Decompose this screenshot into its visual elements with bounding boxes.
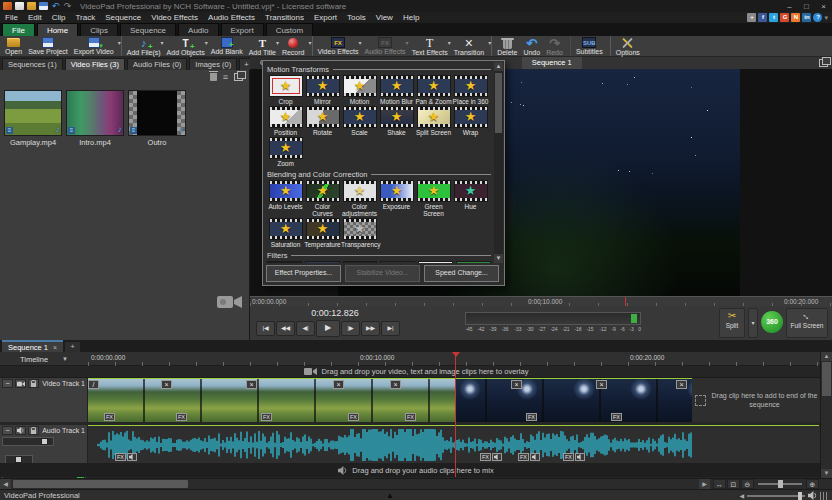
fit-timeline-button[interactable]: ↔ (713, 479, 726, 489)
toolbar-button[interactable]: ▾ Video Effects (315, 36, 362, 56)
media-item[interactable]: ≡ ♪ Gamplay.mp4 (3, 90, 63, 147)
toolbar-button[interactable]: ▾ Add Blank (208, 36, 246, 56)
collapse-track-button[interactable]: − (2, 379, 13, 388)
media-bin-tab[interactable]: Audio Files (0) (127, 58, 187, 70)
slider-thumb[interactable] (778, 480, 783, 488)
toolbar-button[interactable]: ▾ Export Video (71, 36, 122, 56)
effect-thumbnail[interactable] (418, 261, 453, 263)
ribbon-tab[interactable]: Audio (178, 23, 218, 36)
effect-thumbnail[interactable]: ★ (454, 106, 488, 128)
volume-min-icon[interactable]: ◀ (739, 492, 744, 499)
vertical-scrollbar[interactable]: ▲ ▼ (820, 352, 832, 478)
effect-thumbnail[interactable]: ★ (269, 75, 303, 97)
zoom-selection-button[interactable]: ⊡ (727, 479, 740, 489)
effect-thumbnail[interactable]: ★ (380, 75, 414, 97)
effect-thumbnail[interactable]: ★ (343, 180, 377, 202)
menu-item[interactable]: View (371, 12, 398, 23)
fx-badge[interactable]: FX (563, 453, 574, 461)
toolbar-button[interactable]: ▾ Text Effects (409, 36, 451, 56)
view-360-button[interactable]: 360 (761, 311, 783, 333)
social-icon[interactable]: t (769, 13, 778, 22)
popout-icon[interactable] (819, 59, 828, 67)
scroll-left-icon[interactable]: ◀ (0, 479, 11, 489)
redo-quick-icon[interactable]: ↷ (63, 2, 72, 10)
ribbon-tab[interactable]: Home (37, 23, 78, 36)
transport-button[interactable]: ▶▶ (361, 321, 380, 336)
media-bin-tab[interactable]: Sequences (1) (2, 58, 63, 70)
close-button[interactable]: × (815, 1, 832, 12)
menu-item[interactable]: Audio Effects (203, 12, 260, 23)
effect-thumbnail[interactable]: ★ (306, 75, 340, 97)
audio-clip-strip[interactable]: FX FX FX (88, 425, 819, 463)
effect-thumbnail[interactable] (380, 261, 415, 263)
toolbar-button[interactable]: ▾ Undo (520, 36, 543, 56)
effect-item[interactable]: ★ Zoom (267, 137, 304, 167)
transition-badge[interactable]: × (676, 380, 687, 389)
effects-scrollbar[interactable]: ▲ ▼ (494, 62, 503, 263)
chevron-down-icon[interactable]: ▾ (308, 39, 311, 46)
effect-item[interactable]: ★ Color Curves (304, 180, 341, 217)
transition-badge[interactable]: / (88, 380, 99, 389)
effect-thumbnail[interactable] (267, 261, 302, 263)
menu-item[interactable]: Transitions (260, 12, 309, 23)
effect-item[interactable]: ★ Exposure (378, 180, 415, 217)
video-toggle-button[interactable] (15, 379, 26, 388)
media-thumbnail[interactable]: ≡ ♪ (128, 90, 186, 136)
view-mode-dropdown[interactable]: Timeline ▼ (0, 352, 88, 366)
volume-slider[interactable] (2, 437, 54, 446)
effect-item[interactable]: ★ Pan & Zoom (415, 75, 452, 105)
effect-thumbnail[interactable]: ★ (306, 106, 340, 128)
scrollbar-thumb[interactable] (13, 480, 188, 488)
mute-track-button[interactable] (15, 426, 26, 435)
menu-item[interactable]: Track (70, 12, 100, 23)
zoom-in-button[interactable]: ⊕ (806, 479, 819, 489)
social-icon[interactable]: N (791, 13, 800, 22)
effect-thumbnail[interactable]: ★ (306, 218, 340, 240)
volume-badge[interactable] (575, 453, 585, 461)
effect-thumbnail[interactable] (456, 261, 491, 263)
chevron-down-icon[interactable]: ▾ (118, 39, 121, 46)
effect-item[interactable]: ★ Split Screen (415, 106, 452, 136)
toolbar-button[interactable]: ▾ Subtitles (573, 36, 611, 56)
effect-thumbnail[interactable]: ★ (454, 180, 488, 202)
list-view-icon[interactable]: ≡ (223, 72, 228, 82)
social-icon[interactable]: f (758, 13, 767, 22)
effect-item[interactable]: ★ Hue (452, 180, 489, 217)
effect-thumbnail[interactable]: ★ (417, 106, 451, 128)
menu-item[interactable]: Help (398, 12, 424, 23)
effect-item[interactable]: ★ Saturation (267, 218, 304, 248)
chevron-down-icon[interactable]: ▾ (824, 14, 828, 22)
toolbar-button[interactable]: ▾ Add File(s) (124, 36, 164, 56)
lock-track-button[interactable] (28, 426, 39, 435)
horizontal-scrollbar[interactable]: ◀ ▶ ↔ ⊡ ⊖ ⊕ (0, 478, 832, 489)
ribbon-tab[interactable]: File (2, 23, 35, 36)
transport-button[interactable]: |▶ (341, 321, 360, 336)
toolbar-button[interactable]: ▾ Audio Effects (362, 36, 409, 56)
media-bin-tab[interactable]: Images (0) (189, 58, 237, 70)
toolbar-button[interactable]: ▾ Record (279, 36, 313, 56)
fx-badge[interactable]: FX (104, 413, 115, 421)
slider-thumb[interactable] (798, 492, 802, 500)
toolbar-button[interactable]: ▾ Add Title (246, 36, 279, 56)
scroll-down-icon[interactable]: ▼ (494, 254, 503, 263)
volume-badge[interactable] (530, 453, 540, 461)
effect-item[interactable]: ★ Crop (267, 75, 304, 105)
popup-button[interactable]: Effect Properties... (266, 265, 341, 282)
transport-button[interactable]: ▶| (381, 321, 400, 336)
transport-button[interactable]: ◀| (296, 321, 315, 336)
scroll-up-icon[interactable]: ▲ (821, 352, 832, 361)
fx-badge[interactable]: FX (115, 453, 126, 461)
volume-badge[interactable] (127, 453, 137, 461)
transition-badge[interactable]: × (390, 380, 401, 389)
close-icon[interactable]: × (53, 344, 57, 351)
social-icon[interactable]: in (802, 13, 811, 22)
social-icon[interactable]: + (747, 13, 756, 22)
effect-thumbnail[interactable]: ★ (417, 180, 451, 202)
scroll-down-icon[interactable]: ▼ (821, 469, 832, 478)
toolbar-button[interactable]: ▾ Transition (451, 36, 492, 56)
fx-badge[interactable]: FX (518, 453, 529, 461)
effect-item[interactable]: ★ Auto Levels (267, 180, 304, 217)
media-item[interactable]: ≡ ♪ Intro.mp4 (65, 90, 125, 147)
menu-item[interactable]: Sequence (100, 12, 146, 23)
media-thumbnail[interactable]: ≡ ♪ (4, 90, 62, 136)
